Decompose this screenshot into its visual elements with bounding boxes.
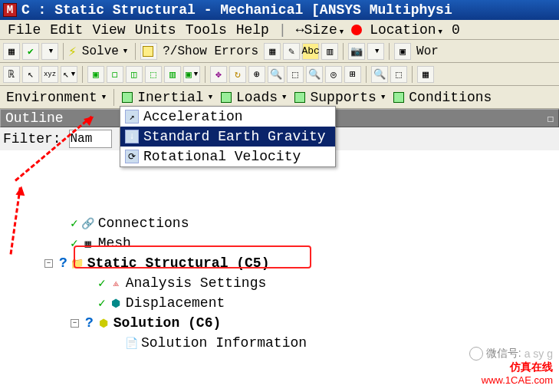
menu-bar: File Edit View Units Tools Help | ↔Size … [0, 20, 559, 40]
menu-acceleration[interactable]: ↗ Acceleration [120, 107, 335, 127]
watermark-brand: 仿真在线 [469, 361, 553, 374]
collapse-icon[interactable]: − [71, 319, 79, 328]
sel-btn-1[interactable]: ℝ [3, 66, 20, 83]
toolbar-btn-d[interactable]: ▥ [321, 43, 338, 60]
outline-title: Outline [5, 110, 64, 126]
cube-icon [221, 92, 232, 103]
view-btn-8[interactable]: ⊞ [344, 66, 361, 83]
menu-help[interactable]: Help [232, 22, 274, 38]
wechat-id: a sy g [524, 348, 553, 360]
check-icon: ✓ [98, 275, 106, 291]
show-errors-button[interactable]: ?/Show Errors [159, 44, 261, 58]
rotation-icon: ⟳ [125, 150, 139, 163]
tree-analysis-settings-label: Analysis Settings [126, 275, 267, 291]
menu-gravity-label: Standard Earth Gravity [143, 129, 326, 144]
menu-tools[interactable]: Tools [181, 22, 232, 38]
location-pin-icon [351, 25, 362, 35]
toolbar-wor[interactable]: Wor [413, 44, 442, 58]
tree-connections[interactable]: ✓ 🔗 Connections [0, 213, 559, 233]
collapse-icon[interactable]: − [44, 259, 53, 268]
tree-analysis-settings[interactable]: ✓ ⟁ Analysis Settings [0, 273, 559, 293]
toolbar-btn-1[interactable]: ▦ [3, 43, 20, 60]
toolbar-btn-f[interactable] [367, 43, 384, 60]
menu-rotational-velocity[interactable]: ⟳ Rotational Velocity [120, 147, 335, 166]
tree-static-structural[interactable]: − ? 📁 Static Structural (C5) [0, 253, 559, 273]
check-icon: ✓ [71, 216, 78, 231]
view-btn-2[interactable]: ↻ [229, 66, 246, 83]
connections-icon: 🔗 [81, 216, 95, 230]
solve-button[interactable]: Solve [79, 44, 130, 58]
tsep [205, 66, 206, 83]
sel-btn-9[interactable]: ▣ [183, 66, 200, 83]
wechat-label: 微信号: [486, 347, 521, 361]
tsep [412, 66, 413, 83]
environment-menu[interactable]: Environment [3, 90, 109, 105]
conditions-menu[interactable]: Conditions [390, 90, 495, 105]
info-icon: 📄 [124, 336, 138, 350]
toolbar-selection: ℝ ↖ xyz ↖ ▣ ◻ ◫ ⬚ ▥ ▣ ✥ ↻ ⊕ 🔍 ⬚ 🔍 ◎ ⊞ 🔍 … [0, 63, 559, 86]
tsep [113, 89, 114, 106]
cube-icon [122, 92, 133, 103]
menu-file[interactable]: File [3, 22, 45, 38]
inertial-dropdown: ↗ Acceleration ↓ Standard Earth Gravity … [120, 106, 336, 167]
acceleration-icon: ↗ [125, 110, 139, 124]
tree-mesh[interactable]: ✓ ▦ Mesh [0, 233, 559, 253]
toolbar-main: ▦ ✔ ⚡ Solve ?/Show Errors ▦ ✎ Abc ▥ 📷 ▣ … [0, 40, 559, 63]
view-btn-x[interactable]: ▦ [417, 66, 434, 83]
filter-label: Filter: [3, 131, 61, 147]
view-btn-7[interactable]: ◎ [325, 66, 342, 83]
toolbar-btn-c[interactable]: Abc [302, 43, 319, 60]
toolbar-btn-cube[interactable] [140, 43, 157, 60]
sel-btn-8[interactable]: ▥ [164, 66, 181, 83]
toolbar-btn-a[interactable]: ▦ [264, 43, 281, 60]
check-icon: ✓ [98, 295, 106, 311]
menu-view[interactable]: View [87, 22, 130, 38]
menu-units[interactable]: Units [130, 22, 181, 38]
view-btn-fit[interactable]: 🔍 [371, 66, 388, 83]
menu-separator: | [278, 22, 287, 38]
view-btn-3[interactable]: ⊕ [248, 66, 265, 83]
sel-btn-3[interactable]: ↖ [61, 66, 77, 83]
tree-solution-label: Solution (C6) [113, 315, 221, 331]
sel-btn-7[interactable]: ⬚ [145, 66, 162, 83]
loads-menu[interactable]: Loads [218, 90, 289, 105]
branch-icon: 📁 [71, 256, 84, 270]
view-btn-6[interactable]: 🔍 [306, 66, 323, 83]
supports-menu[interactable]: Supports [291, 90, 388, 105]
sel-btn-xyz[interactable]: xyz [41, 66, 58, 83]
tsep [366, 66, 367, 83]
menu-tail[interactable]: 0 [447, 22, 465, 38]
cube-icon [294, 92, 305, 103]
sel-btn-6[interactable]: ◫ [126, 66, 143, 83]
window-title: C : Static Structural - Mechanical [ANSY… [21, 2, 452, 18]
solution-icon: ⬢ [97, 316, 110, 330]
inertial-menu[interactable]: Inertial [119, 90, 215, 105]
menu-edit[interactable]: Edit [45, 22, 87, 38]
view-btn-5[interactable]: ⬚ [287, 66, 304, 83]
tree-displacement[interactable]: ✓ ⬢ Displacement [0, 293, 559, 313]
panel-pin-icon[interactable]: ☐ [547, 112, 554, 125]
gravity-icon: ↓ [125, 130, 139, 143]
menu-size[interactable]: ↔Size [291, 22, 348, 38]
view-btn-1[interactable]: ✥ [210, 66, 227, 83]
sel-btn-5[interactable]: ◻ [107, 66, 123, 83]
sel-btn-2[interactable]: ↖ [22, 66, 39, 83]
toolbar-btn-g[interactable]: ▣ [394, 43, 411, 60]
tsep [63, 43, 64, 60]
view-btn-4[interactable]: 🔍 [268, 66, 284, 83]
tree-solution[interactable]: − ? ⬢ Solution (C6) [0, 313, 559, 333]
menu-rotational-label: Rotational Velocity [143, 149, 301, 164]
menu-standard-earth-gravity[interactable]: ↓ Standard Earth Gravity [120, 127, 335, 147]
filter-name-input[interactable] [69, 130, 112, 148]
conditions-label: Conditions [409, 90, 492, 105]
question-icon: ? [85, 315, 94, 331]
sel-btn-4[interactable]: ▣ [87, 66, 104, 83]
toolbar-btn-b[interactable]: ✎ [283, 43, 300, 60]
view-btn-iso[interactable]: ⬚ [390, 66, 407, 83]
toolbar-btn-e[interactable]: 📷 [348, 43, 365, 60]
toolbar-btn-dd1[interactable] [41, 43, 58, 60]
question-icon: ? [59, 255, 67, 271]
toolbar-btn-ok[interactable]: ✔ [22, 43, 39, 60]
watermark-url: www.1CAE.com [469, 374, 553, 386]
menu-location[interactable]: Location [365, 22, 447, 38]
